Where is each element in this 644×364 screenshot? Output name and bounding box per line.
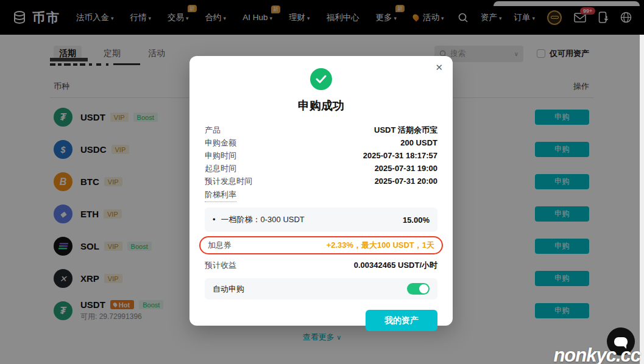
coupon-label: 加息券 [208, 240, 232, 251]
profit-row: 预计收益 0.00342465 USDT/小时 [205, 259, 437, 272]
modal-title: 申购成功 [205, 98, 437, 114]
auto-subscribe-toggle[interactable] [407, 283, 430, 295]
auto-subscribe-box: 自动申购 [205, 278, 437, 299]
coupon-row-highlighted: 加息券 +2.33%，最大100 USDT，1天 [199, 236, 443, 254]
success-check-icon [310, 68, 332, 90]
subscription-success-modal: ✕ 申购成功 产品 USDT 活期余币宝 申购金额 200 USDT 申购时间 … [189, 56, 453, 326]
detail-row-subscribe-time: 申购时间 2025-07-31 18:17:57 [205, 149, 437, 162]
auto-subscribe-label: 自动申购 [213, 284, 244, 295]
detail-rows: 产品 USDT 活期余币宝 申购金额 200 USDT 申购时间 2025-07… [205, 124, 437, 187]
my-assets-button[interactable]: 我的资产 [366, 310, 437, 331]
detail-row-amount: 申购金额 200 USDT [205, 136, 437, 149]
close-icon[interactable]: ✕ [435, 62, 443, 73]
detail-row-interest-start: 起息时间 2025-07-31 19:00 [205, 162, 437, 175]
detail-row-payout-time: 预计发息时间 2025-07-31 20:00 [205, 175, 437, 187]
tier-rate-label[interactable]: 阶梯利率 [205, 189, 236, 202]
coupon-value: +2.33%，最大100 USDT，1天 [327, 240, 434, 251]
tier-rate-value: 15.00% [403, 215, 430, 225]
detail-row-product: 产品 USDT 活期余币宝 [205, 124, 437, 136]
bullet-icon: • [213, 215, 216, 224]
watermark: nonkyc.cc [553, 345, 640, 364]
scrollbar[interactable] [640, 35, 644, 364]
tier-rate-box: •一档阶梯：0-300 USDT 15.00% [205, 208, 437, 232]
